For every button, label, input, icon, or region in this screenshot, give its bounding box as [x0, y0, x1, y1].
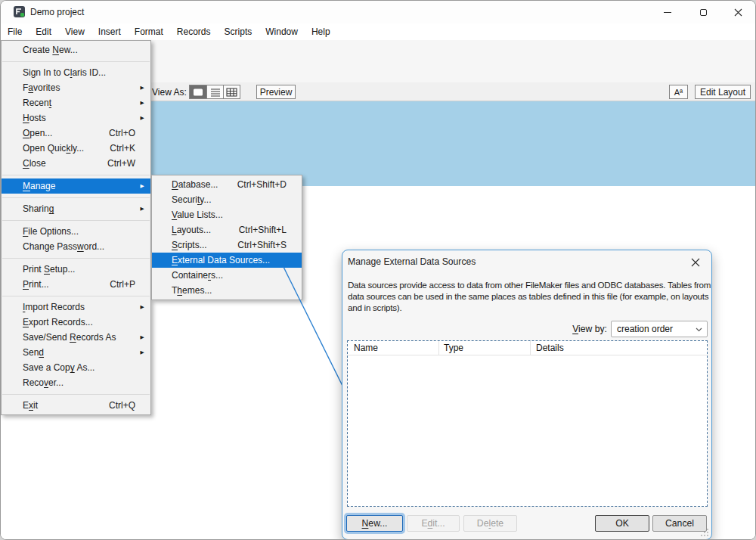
menu-records[interactable]: Records	[170, 24, 218, 39]
menu-item-sign-in-to-claris-id[interactable]: Sign In to Claris ID...	[2, 65, 150, 80]
column-header-name[interactable]: Name	[354, 343, 378, 353]
view-as-label: View As:	[152, 87, 187, 98]
menu-item-close[interactable]: CloseCtrl+W	[2, 156, 150, 171]
view-by-select[interactable]: creation order	[611, 321, 708, 337]
menu-item-shortcut: Ctrl+O	[109, 128, 135, 138]
menu-item-themes[interactable]: Themes...	[152, 283, 302, 298]
menu-item-print[interactable]: Print...Ctrl+P	[2, 277, 150, 292]
menu-item-label: External Data Sources...	[172, 255, 270, 265]
menu-item-label: Manage	[23, 181, 55, 191]
menu-item-open[interactable]: Open...Ctrl+O	[2, 126, 150, 141]
menu-item-favorites[interactable]: Favorites▶	[2, 80, 150, 95]
menu-item-create-new[interactable]: Create New...	[2, 42, 150, 57]
menu-format[interactable]: Format	[128, 24, 170, 39]
menu-item-layouts[interactable]: Layouts...Ctrl+Shift+L	[152, 222, 302, 237]
menu-item-manage[interactable]: Manage▶	[2, 178, 150, 194]
minimize-button[interactable]	[650, 1, 685, 23]
menu-item-label: Create New...	[23, 45, 78, 55]
dialog-close-button[interactable]	[684, 253, 707, 272]
chevron-down-icon	[696, 327, 702, 332]
menu-item-containers[interactable]: Containers...	[152, 268, 302, 283]
menu-item-change-password[interactable]: Change Password...	[2, 239, 150, 254]
menu-item-export-records[interactable]: Export Records...	[2, 315, 150, 330]
resize-grip[interactable]	[700, 528, 709, 537]
menu-item-import-records[interactable]: Import Records▶	[2, 299, 150, 315]
form-view-icon	[193, 88, 203, 97]
column-header-details[interactable]: Details	[536, 343, 564, 353]
manage-external-data-sources-dialog: Manage External Data Sources Data source…	[342, 250, 712, 540]
manage-submenu: Database...Ctrl+Shift+DSecurity...Value …	[151, 175, 302, 300]
view-by-value: creation order	[617, 324, 673, 334]
submenu-arrow-icon: ▶	[140, 85, 144, 91]
menu-insert[interactable]: Insert	[91, 24, 128, 39]
maximize-button[interactable]	[686, 1, 720, 23]
menu-item-hosts[interactable]: Hosts▶	[2, 110, 150, 126]
menu-item-database[interactable]: Database...Ctrl+Shift+D	[152, 177, 302, 192]
view-by-label: View by:	[566, 324, 607, 334]
menu-item-shortcut: Ctrl+Shift+S	[237, 240, 287, 250]
filemaker-app-icon	[14, 6, 25, 17]
menu-item-external-data-sources[interactable]: External Data Sources...	[152, 253, 302, 268]
menu-item-exit[interactable]: ExitCtrl+Q	[2, 398, 150, 413]
submenu-arrow-icon: ▶	[140, 334, 144, 340]
menu-item-sharing[interactable]: Sharing▶	[2, 201, 150, 216]
menu-item-label: Layouts...	[172, 225, 211, 235]
menu-item-scripts[interactable]: Scripts...Ctrl+Shift+S	[152, 237, 302, 253]
close-icon	[734, 8, 742, 17]
edit-button[interactable]: Edit...	[407, 515, 460, 532]
menu-help[interactable]: Help	[305, 24, 337, 39]
data-sources-table[interactable]: Name Type Details	[347, 340, 708, 507]
menu-item-value-lists[interactable]: Value Lists...	[152, 207, 302, 222]
menu-item-save-send-records-as[interactable]: Save/Send Records As▶	[2, 330, 150, 345]
menu-item-shortcut: Ctrl+P	[110, 279, 135, 290]
edit-layout-button[interactable]: Edit Layout	[695, 85, 751, 99]
menu-file[interactable]: File	[1, 24, 29, 39]
menu-item-label: Close	[23, 158, 46, 169]
close-button[interactable]	[720, 1, 755, 23]
menu-item-send[interactable]: Send▶	[2, 345, 150, 360]
menu-item-file-options[interactable]: File Options...	[2, 224, 150, 239]
submenu-arrow-icon: ▶	[140, 304, 144, 310]
menu-window[interactable]: Window	[259, 24, 305, 39]
menu-separator	[2, 61, 150, 62]
form-view-button[interactable]	[190, 85, 206, 98]
menu-scripts[interactable]: Scripts	[218, 24, 259, 39]
minimize-icon	[664, 12, 671, 13]
menu-item-label: File Options...	[23, 226, 79, 237]
menu-item-security[interactable]: Security...	[152, 192, 302, 207]
menu-item-recover[interactable]: Recover...	[2, 375, 150, 390]
column-divider	[530, 341, 531, 355]
menu-view[interactable]: View	[58, 24, 91, 39]
menu-item-label: Save a Copy As...	[23, 362, 94, 373]
menu-item-open-quickly[interactable]: Open Quickly...Ctrl+K	[2, 141, 150, 156]
table-view-button[interactable]	[223, 85, 240, 98]
dialog-description: Data sources provide access to data from…	[348, 279, 711, 314]
new-button[interactable]: New...	[346, 515, 403, 532]
menu-separator	[2, 394, 150, 395]
menu-separator	[2, 296, 150, 296]
column-header-type[interactable]: Type	[444, 343, 463, 353]
dialog-title: Manage External Data Sources	[348, 256, 476, 267]
menu-item-label: Scripts...	[172, 240, 207, 250]
submenu-arrow-icon: ▶	[140, 183, 144, 189]
submenu-arrow-icon: ▶	[140, 100, 144, 106]
menu-item-recent[interactable]: Recent▶	[2, 95, 150, 110]
menu-item-print-setup[interactable]: Print Setup...	[2, 262, 150, 277]
menu-item-label: Send	[23, 347, 44, 358]
ok-button[interactable]: OK	[595, 515, 649, 532]
menu-edit[interactable]: Edit	[29, 24, 58, 39]
menu-item-label: Themes...	[172, 285, 212, 296]
preview-button[interactable]: Preview	[256, 85, 296, 99]
column-divider	[438, 341, 439, 355]
list-view-button[interactable]	[206, 85, 223, 98]
menu-item-label: Export Records...	[23, 317, 93, 327]
cancel-button[interactable]: Cancel	[652, 515, 707, 532]
menu-item-label: Containers...	[172, 270, 223, 281]
delete-button[interactable]: Delete	[463, 515, 517, 532]
submenu-arrow-icon: ▶	[140, 349, 144, 355]
menu-item-label: Sharing	[23, 203, 54, 214]
menu-item-label: Value Lists...	[172, 209, 223, 220]
text-formatting-button[interactable]: Aª	[669, 85, 688, 99]
menu-item-label: Favorites	[23, 82, 60, 93]
menu-item-save-a-copy-as[interactable]: Save a Copy As...	[2, 360, 150, 375]
